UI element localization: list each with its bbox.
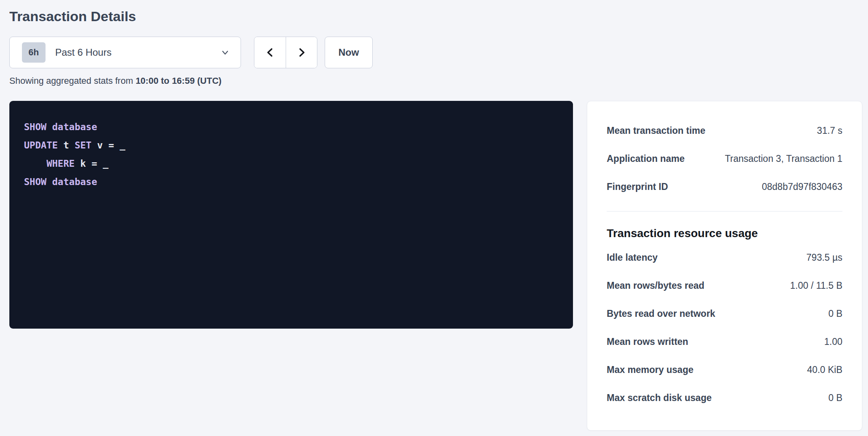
sql-statement-box: SHOW database UPDATE t SET v = _ WHERE k… [9, 101, 573, 329]
sql-statements: SHOW database UPDATE t SET v = _ WHERE k… [24, 118, 558, 191]
time-controls: 6h Past 6 Hours [9, 37, 868, 68]
stat-row: Max scratch disk usage0 B [607, 384, 842, 412]
sql-text: k = _ [75, 158, 108, 169]
sql-keyword: SHOW [24, 122, 46, 132]
sql-keyword: database [52, 122, 97, 132]
resource-usage-heading: Transaction resource usage [607, 227, 842, 240]
now-button[interactable]: Now [325, 37, 373, 68]
stat-value: 0 B [828, 308, 842, 319]
stat-label: Application name [607, 153, 691, 164]
transaction-details-card: Mean transaction time31.7 sApplication n… [587, 101, 862, 431]
stat-value: 0 B [828, 392, 842, 403]
stat-row: Mean transaction time31.7 s [607, 117, 842, 145]
time-range-badge: 6h [22, 42, 46, 63]
summary-stats: Mean transaction time31.7 sApplication n… [607, 117, 842, 201]
sql-text: v = _ [91, 140, 125, 150]
sql-keyword: SET [75, 140, 92, 150]
stat-value: 40.0 KiB [807, 364, 842, 375]
sql-text [46, 177, 52, 187]
stat-label: Fingerprint ID [607, 181, 675, 192]
stat-label: Bytes read over network [607, 308, 722, 319]
stat-row: Mean rows written1.00 [607, 328, 842, 356]
sql-keyword: UPDATE [24, 140, 58, 150]
stat-row: Mean rows/bytes read1.00 / 11.5 B [607, 272, 842, 300]
stat-value: 1.00 / 11.5 B [790, 280, 842, 291]
stat-value: 08d8b7d97f830463 [762, 181, 842, 192]
stat-row: Idle latency793.5 µs [607, 244, 842, 272]
time-range-select[interactable]: 6h Past 6 Hours [9, 37, 241, 68]
stat-row: Application nameTransaction 3, Transacti… [607, 145, 842, 173]
time-range-label: Past 6 Hours [55, 47, 112, 58]
sql-keyword: WHERE [46, 158, 74, 169]
transaction-details-page: Transaction Details 6h Past 6 Hours [0, 0, 868, 431]
chevron-down-icon [220, 48, 230, 57]
stat-row: Fingerprint ID08d8b7d97f830463 [607, 173, 842, 201]
stat-value: 793.5 µs [806, 252, 842, 263]
sql-text: t [58, 140, 75, 150]
sql-text [46, 122, 52, 132]
stat-value: 31.7 s [817, 125, 842, 136]
chevron-left-icon [264, 46, 276, 59]
stat-label: Max memory usage [607, 364, 700, 375]
stat-value: 1.00 [824, 336, 842, 347]
aggregation-range-text: Showing aggregated stats from 10:00 to 1… [9, 75, 868, 87]
next-range-button[interactable] [286, 37, 317, 68]
aggregation-range-window: 10:00 to 16:59 (UTC) [136, 76, 222, 86]
stat-label: Mean rows written [607, 336, 695, 347]
stat-label: Max scratch disk usage [607, 392, 718, 403]
sql-keyword: database [52, 177, 97, 187]
sql-text [24, 158, 46, 169]
stat-label: Mean rows/bytes read [607, 280, 711, 291]
stat-row: Bytes read over network0 B [607, 300, 842, 328]
resource-usage-stats: Idle latency793.5 µsMean rows/bytes read… [607, 244, 842, 412]
chevron-right-icon [295, 46, 308, 59]
stat-label: Idle latency [607, 252, 664, 263]
sql-keyword: SHOW [24, 177, 46, 187]
stat-value: Transaction 3, Transaction 1 [725, 153, 842, 164]
stat-row: Max memory usage40.0 KiB [607, 356, 842, 384]
time-step-button-group [254, 37, 317, 68]
prev-range-button[interactable] [254, 37, 286, 68]
stat-label: Mean transaction time [607, 125, 712, 136]
card-divider [607, 211, 842, 211]
content-area: SHOW database UPDATE t SET v = _ WHERE k… [9, 101, 868, 431]
aggregation-range-prefix: Showing aggregated stats from [9, 76, 136, 86]
page-title: Transaction Details [9, 8, 868, 25]
